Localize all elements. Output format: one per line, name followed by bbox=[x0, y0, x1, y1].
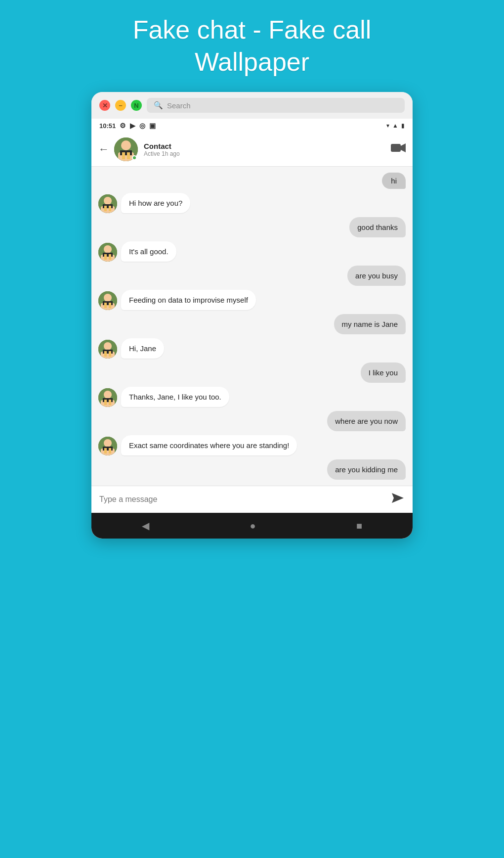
svg-rect-4 bbox=[122, 152, 125, 159]
svg-point-39 bbox=[104, 439, 112, 447]
message-row: I like you bbox=[98, 362, 406, 383]
back-button[interactable]: ← bbox=[98, 143, 109, 156]
android-nav-bar: ◀ ● ■ bbox=[91, 513, 413, 539]
close-button[interactable]: ✕ bbox=[99, 100, 110, 111]
message-bubble: It's all good. bbox=[121, 241, 176, 262]
svg-point-27 bbox=[104, 342, 112, 350]
maximize-button[interactable]: N bbox=[131, 100, 142, 111]
svg-rect-5 bbox=[127, 152, 130, 159]
svg-marker-44 bbox=[392, 493, 404, 503]
send-button[interactable] bbox=[391, 492, 405, 507]
message-row: good thanks bbox=[98, 217, 406, 237]
wifi-icon: ▾ bbox=[386, 122, 389, 129]
phone-screen: 10:51 ⚙ ▶ ◎ ▣ ▾ ▲ ▮ ← bbox=[91, 119, 413, 539]
svg-rect-24 bbox=[104, 303, 107, 308]
message-bubble: Feeding on data to improvise myself bbox=[121, 290, 256, 310]
message-row: It's all good. bbox=[98, 241, 406, 262]
home-nav-button[interactable]: ● bbox=[250, 520, 255, 532]
input-area bbox=[91, 486, 413, 513]
signal-icon: ▲ bbox=[392, 122, 398, 129]
minimize-button[interactable]: − bbox=[115, 100, 126, 111]
message-bubble: my name is Jane bbox=[334, 314, 406, 334]
video-call-button[interactable] bbox=[391, 142, 406, 156]
message-row: Exact same coordinates where you are sta… bbox=[98, 435, 406, 455]
chat-header: ← Contact Active 1h ago bbox=[91, 133, 413, 167]
message-bubble: are you kidding me bbox=[327, 459, 406, 480]
online-indicator bbox=[132, 155, 137, 160]
messages-area: hi Hi how are you? goo bbox=[91, 167, 413, 486]
message-row: hi bbox=[98, 173, 406, 189]
svg-rect-43 bbox=[109, 448, 111, 453]
status-bar: 10:51 ⚙ ▶ ◎ ▣ ▾ ▲ ▮ bbox=[91, 119, 413, 133]
svg-rect-30 bbox=[104, 351, 107, 357]
battery-icon: ▮ bbox=[401, 122, 405, 129]
phone-frame: ✕ − N 🔍 Search 10:51 ⚙ ▶ ◎ ▣ ▾ ▲ ▮ bbox=[91, 92, 413, 539]
message-row: Hi how are you? bbox=[98, 193, 406, 213]
svg-point-15 bbox=[104, 245, 112, 253]
message-bubble: Exact same coordinates where you are sta… bbox=[121, 435, 297, 455]
message-row: Thanks, Jane, I like you too. bbox=[98, 387, 406, 407]
message-bubble: where are you now bbox=[327, 411, 406, 431]
svg-rect-3 bbox=[120, 150, 132, 155]
contact-avatar-container bbox=[114, 137, 138, 161]
svg-rect-18 bbox=[104, 254, 107, 260]
svg-point-1 bbox=[121, 140, 131, 150]
message-bubble: hi bbox=[382, 173, 406, 189]
sender-avatar bbox=[98, 340, 117, 359]
message-input[interactable] bbox=[99, 495, 385, 504]
sender-avatar bbox=[98, 243, 117, 262]
svg-rect-12 bbox=[104, 206, 107, 211]
app-title: Fake chat - Fake call Wallpaper bbox=[133, 14, 372, 78]
message-bubble: Hi how are you? bbox=[121, 193, 190, 213]
search-bar[interactable]: 🔍 Search bbox=[147, 98, 405, 113]
svg-rect-25 bbox=[109, 303, 111, 308]
sender-avatar bbox=[98, 437, 117, 455]
message-bubble: I like you bbox=[361, 362, 406, 383]
sender-avatar bbox=[98, 291, 117, 310]
svg-rect-13 bbox=[109, 206, 111, 211]
svg-rect-36 bbox=[104, 400, 107, 405]
message-row: are you busy bbox=[98, 266, 406, 286]
search-placeholder: Search bbox=[167, 101, 191, 110]
message-row: Feeding on data to improvise myself bbox=[98, 290, 406, 310]
message-row: Hi, Jane bbox=[98, 338, 406, 359]
search-icon: 🔍 bbox=[154, 101, 163, 110]
message-row: are you kidding me bbox=[98, 459, 406, 480]
message-bubble: good thanks bbox=[349, 217, 406, 237]
message-row: where are you now bbox=[98, 411, 406, 431]
location-icon: ◎ bbox=[139, 122, 145, 130]
contact-status: Active 1h ago bbox=[144, 150, 391, 157]
message-row: my name is Jane bbox=[98, 314, 406, 334]
svg-rect-19 bbox=[109, 254, 111, 260]
settings-icon: ⚙ bbox=[120, 122, 126, 130]
sender-avatar bbox=[98, 388, 117, 407]
back-nav-button[interactable]: ◀ bbox=[142, 520, 149, 532]
title-line2: Wallpaper bbox=[195, 47, 309, 76]
nfc-icon: ▣ bbox=[149, 122, 156, 130]
message-bubble: Hi, Jane bbox=[121, 338, 164, 359]
message-bubble: are you busy bbox=[347, 266, 406, 286]
svg-marker-7 bbox=[401, 143, 406, 152]
message-bubble: Thanks, Jane, I like you too. bbox=[121, 387, 229, 407]
svg-point-33 bbox=[104, 391, 112, 399]
contact-name: Contact bbox=[144, 142, 391, 150]
svg-rect-42 bbox=[104, 448, 107, 453]
play-icon: ▶ bbox=[130, 122, 135, 130]
status-time: 10:51 ⚙ ▶ ◎ ▣ bbox=[99, 122, 156, 130]
svg-point-21 bbox=[104, 294, 112, 302]
recents-nav-button[interactable]: ■ bbox=[356, 520, 362, 532]
svg-point-9 bbox=[104, 197, 112, 205]
svg-rect-37 bbox=[109, 400, 111, 405]
title-line1: Fake chat - Fake call bbox=[133, 15, 372, 44]
svg-rect-6 bbox=[391, 144, 401, 152]
contact-info: Contact Active 1h ago bbox=[144, 142, 391, 157]
window-chrome: ✕ − N 🔍 Search bbox=[91, 92, 413, 119]
svg-rect-31 bbox=[109, 351, 111, 357]
sender-avatar bbox=[98, 194, 117, 213]
status-indicators: ▾ ▲ ▮ bbox=[386, 122, 405, 129]
